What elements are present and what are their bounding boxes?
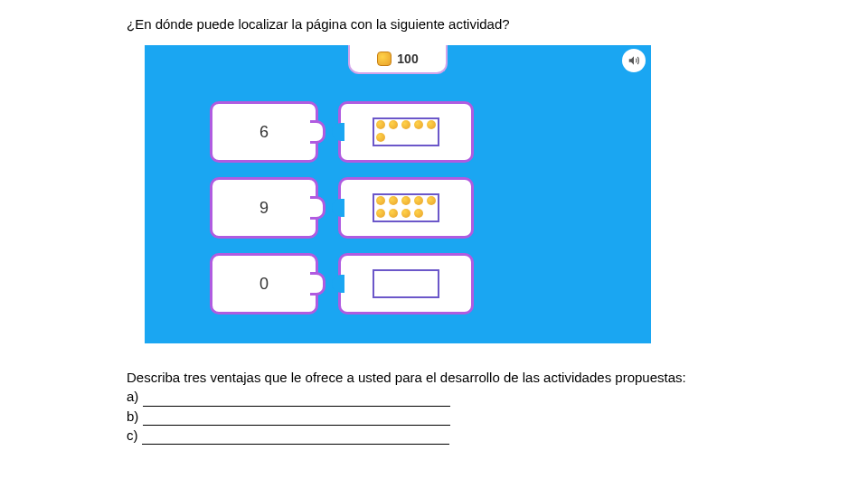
blank-a[interactable] xyxy=(143,393,450,407)
number-label: 9 xyxy=(259,199,269,218)
activity-screenshot: 100 6 9 0 xyxy=(145,45,651,343)
ten-frame xyxy=(373,117,439,146)
tenframe-card[interactable] xyxy=(338,101,474,163)
activity-topbar: 100 xyxy=(145,45,651,74)
match-row: 6 xyxy=(210,101,474,163)
sound-icon[interactable] xyxy=(622,49,646,72)
coin-icon xyxy=(377,52,392,66)
tenframe-card[interactable] xyxy=(338,253,474,314)
answer-line-b: b) xyxy=(127,408,760,426)
number-label: 6 xyxy=(259,123,269,142)
question-text: ¿En dónde puede localizar la página con … xyxy=(127,16,510,32)
advantages-prompt-block: Describa tres ventajas que le ofrece a u… xyxy=(127,369,760,445)
ten-frame xyxy=(373,269,439,298)
blank-b[interactable] xyxy=(143,412,450,426)
match-row: 0 xyxy=(210,253,474,314)
tenframe-card[interactable] xyxy=(338,177,474,239)
advantages-prompt: Describa tres ventajas que le ofrece a u… xyxy=(127,369,760,387)
answer-line-c: c) xyxy=(127,427,760,445)
number-card[interactable]: 6 xyxy=(210,101,318,163)
score-value: 100 xyxy=(397,52,418,66)
blank-c[interactable] xyxy=(142,431,449,445)
score-tab: 100 xyxy=(348,45,448,74)
matching-rows: 6 9 0 xyxy=(210,101,474,329)
number-card[interactable]: 9 xyxy=(210,177,318,239)
number-label: 0 xyxy=(259,275,269,294)
ten-frame xyxy=(373,193,439,222)
answer-line-a: a) xyxy=(127,388,760,406)
number-card[interactable]: 0 xyxy=(210,253,318,314)
match-row: 9 xyxy=(210,177,474,239)
